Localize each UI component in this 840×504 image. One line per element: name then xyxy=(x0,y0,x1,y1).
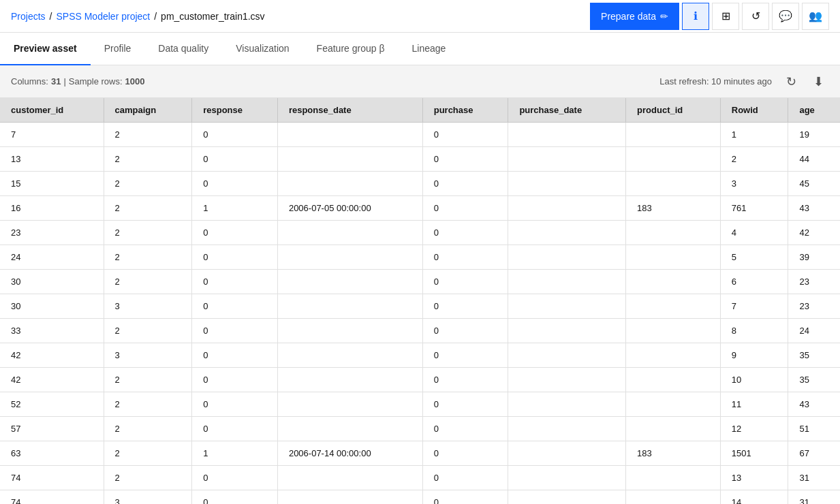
table-cell: 11 xyxy=(720,392,788,417)
table-cell: 0 xyxy=(192,123,278,147)
data-table: customer_id campaign response response_d… xyxy=(0,98,840,504)
table-cell xyxy=(508,441,626,466)
table-cell: 0 xyxy=(192,466,278,490)
table-cell: 35 xyxy=(788,343,840,368)
comment-icon-button[interactable]: 💬 xyxy=(772,3,799,30)
table-cell: 1 xyxy=(192,441,278,466)
table-cell: 2 xyxy=(104,392,192,417)
table-cell xyxy=(508,196,626,221)
table-cell: 0 xyxy=(422,368,508,392)
table-cell xyxy=(626,245,721,270)
tab-lineage[interactable]: Lineage xyxy=(399,33,460,65)
table-cell xyxy=(277,343,422,368)
comment-icon: 💬 xyxy=(779,10,792,22)
table-cell: 19 xyxy=(788,123,840,147)
table-cell: 183 xyxy=(626,196,721,221)
table-cell: 0 xyxy=(192,147,278,172)
table-cell xyxy=(277,270,422,294)
table-cell: 12 xyxy=(720,417,788,441)
table-cell: 14 xyxy=(720,490,788,505)
tab-feature-group[interactable]: Feature group β xyxy=(303,33,399,65)
table-cell: 3 xyxy=(104,490,192,505)
prepare-data-button[interactable]: Prepare data ✏ xyxy=(590,3,679,30)
table-cell: 3 xyxy=(720,172,788,196)
table-header-row: customer_id campaign response response_d… xyxy=(0,98,840,123)
table-cell: 57 xyxy=(0,417,104,441)
table-cell: 16 xyxy=(0,196,104,221)
info-icon-button[interactable]: ℹ xyxy=(682,3,709,30)
table-cell xyxy=(508,270,626,294)
tab-feature-group-label: Feature group β xyxy=(317,43,385,54)
table-row: 30200623 xyxy=(0,270,840,294)
tab-lineage-label: Lineage xyxy=(412,43,446,54)
breadcrumb-projects[interactable]: Projects xyxy=(11,11,46,22)
info-icon: ℹ xyxy=(694,10,698,22)
table-cell: 0 xyxy=(422,343,508,368)
table-cell: 7 xyxy=(720,294,788,319)
table-cell: 7 xyxy=(0,123,104,147)
table-cell xyxy=(508,147,626,172)
table-cell: 35 xyxy=(788,368,840,392)
users-icon-button[interactable]: 👥 xyxy=(802,3,829,30)
table-cell: 0 xyxy=(422,294,508,319)
table-cell: 2006-07-14 00:00:00 xyxy=(277,441,422,466)
table-cell xyxy=(508,245,626,270)
table-cell: 3 xyxy=(104,343,192,368)
toolbar-right: Last refresh: 10 minutes ago ↻ ⬇ xyxy=(659,71,829,93)
table-cell xyxy=(626,490,721,505)
download-icon-button[interactable]: ⬇ xyxy=(807,71,829,93)
adjust-icon-button[interactable]: ⊞ xyxy=(712,3,739,30)
table-cell: 2 xyxy=(720,147,788,172)
table-cell xyxy=(277,490,422,505)
table-body: 7200119132002441520034516212006-07-05 00… xyxy=(0,123,840,505)
table-cell xyxy=(508,392,626,417)
table-cell: 24 xyxy=(788,319,840,343)
refresh-icon-button[interactable]: ↻ xyxy=(780,71,802,93)
tab-profile[interactable]: Profile xyxy=(91,33,145,65)
data-toolbar: Columns: 31 | Sample rows: 1000 Last ref… xyxy=(0,65,840,98)
table-row: 24200539 xyxy=(0,245,840,270)
table-cell xyxy=(508,466,626,490)
table-cell: 0 xyxy=(192,245,278,270)
toolbar-right-actions: ↻ ⬇ xyxy=(780,71,829,93)
col-response-date: response_date xyxy=(277,98,422,123)
tab-data-quality[interactable]: Data quality xyxy=(144,33,222,65)
tab-profile-label: Profile xyxy=(104,43,131,54)
columns-label: Columns: xyxy=(11,76,48,86)
table-cell: 13 xyxy=(720,466,788,490)
columns-value: 31 xyxy=(51,76,61,86)
table-cell: 23 xyxy=(788,270,840,294)
table-cell: 42 xyxy=(788,221,840,245)
table-cell: 0 xyxy=(422,392,508,417)
table-cell xyxy=(277,147,422,172)
breadcrumb-project[interactable]: SPSS Modeler project xyxy=(56,11,150,22)
table-cell: 52 xyxy=(0,392,104,417)
col-rowid: Rowid xyxy=(720,98,788,123)
table-cell xyxy=(508,221,626,245)
table-cell: 2 xyxy=(104,319,192,343)
table-row: 16212006-07-05 00:00:00018376143 xyxy=(0,196,840,221)
table-cell: 51 xyxy=(788,417,840,441)
table-cell xyxy=(626,392,721,417)
table-cell: 2 xyxy=(104,123,192,147)
table-cell: 2 xyxy=(104,245,192,270)
history-icon-button[interactable]: ↺ xyxy=(742,3,769,30)
table-cell: 42 xyxy=(0,368,104,392)
breadcrumb-sep1: / xyxy=(50,11,52,22)
table-cell xyxy=(626,343,721,368)
table-cell xyxy=(277,319,422,343)
table-cell xyxy=(508,490,626,505)
table-cell: 45 xyxy=(788,172,840,196)
tab-visualization[interactable]: Visualization xyxy=(222,33,302,65)
table-cell xyxy=(508,294,626,319)
table-cell: 0 xyxy=(422,147,508,172)
table-cell: 42 xyxy=(0,343,104,368)
toolbar-stats: Columns: 31 | Sample rows: 1000 xyxy=(11,76,144,86)
table-cell xyxy=(626,368,721,392)
table-cell xyxy=(277,221,422,245)
adjust-icon: ⊞ xyxy=(721,10,730,22)
tab-visualization-label: Visualization xyxy=(236,43,289,54)
tab-preview-asset[interactable]: Preview asset xyxy=(0,33,91,65)
table-row: 572001251 xyxy=(0,417,840,441)
table-cell: 3 xyxy=(104,294,192,319)
